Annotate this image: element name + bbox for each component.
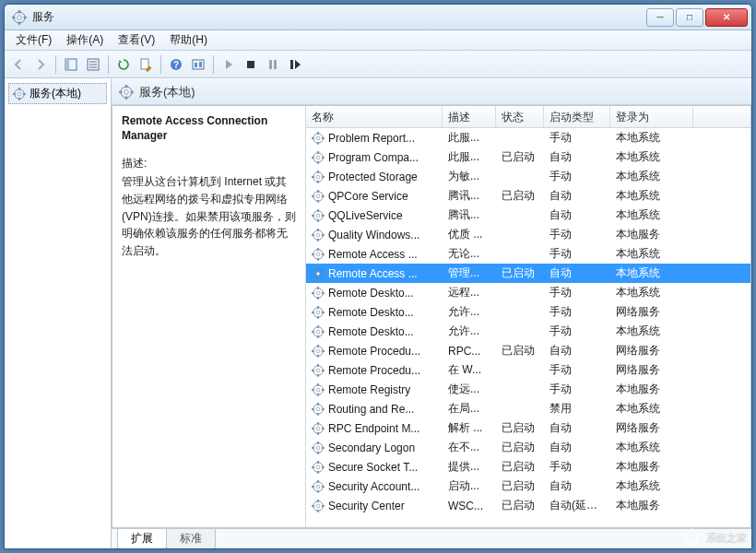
service-row[interactable]: Remote Deskto...允许...手动网络服务	[306, 302, 750, 322]
service-logon: 本地服务	[610, 227, 693, 242]
service-row[interactable]: Remote Access ...管理...已启动自动本地系统	[306, 264, 750, 283]
gear-icon	[312, 190, 325, 203]
service-logon: 网络服务	[610, 343, 693, 359]
svg-rect-19	[269, 60, 272, 69]
service-name: Secondary Logon	[328, 441, 415, 454]
back-button[interactable]	[8, 54, 29, 75]
refresh-button[interactable]	[113, 54, 134, 75]
export-button[interactable]	[136, 54, 156, 75]
service-logon: 本地系统	[610, 207, 693, 223]
menu-action[interactable]: 操作(A)	[59, 30, 111, 50]
selected-service-name: Remote Access Connection Manager	[122, 113, 296, 143]
service-startup: 手动	[544, 459, 610, 475]
show-hide-tree-button[interactable]	[61, 54, 81, 75]
service-row[interactable]: Security Account...启动...已启动自动本地系统	[306, 477, 750, 496]
svg-text:?: ?	[173, 60, 179, 70]
service-name: Program Compa...	[328, 151, 419, 164]
detail-panel: Remote Access Connection Manager 描述: 管理从…	[112, 106, 306, 527]
service-desc: 远程...	[443, 285, 496, 300]
service-startup: 手动	[544, 169, 610, 184]
service-desc: 在不...	[443, 440, 496, 455]
action-button[interactable]	[188, 54, 208, 75]
service-name: Quality Windows...	[328, 229, 419, 241]
gear-icon	[312, 364, 325, 377]
col-description[interactable]: 描述	[443, 106, 496, 127]
service-name: Routing and Re...	[328, 403, 414, 416]
service-row[interactable]: Security CenterWSC...已启动自动(延迟...本地服务	[306, 496, 750, 515]
tab-standard[interactable]: 标准	[166, 529, 216, 549]
service-row[interactable]: Secure Socket T...提供...已启动手动本地服务	[306, 457, 750, 477]
service-name: Secure Socket T...	[328, 461, 418, 474]
service-row[interactable]: Remote Registry使远...手动本地服务	[306, 380, 750, 399]
svg-rect-18	[247, 61, 254, 68]
list-body[interactable]: Problem Report...此服...手动本地系统Program Comp…	[306, 128, 750, 527]
menu-file[interactable]: 文件(F)	[8, 30, 59, 50]
col-startup[interactable]: 启动类型	[544, 106, 610, 127]
tree-item-services-local[interactable]: 服务(本地)	[8, 83, 107, 104]
gear-icon	[312, 306, 325, 319]
nav-tree[interactable]: 服务(本地)	[5, 79, 112, 548]
service-name: Remote Registry	[328, 383, 410, 396]
service-desc: 允许...	[443, 324, 496, 339]
service-logon: 网络服务	[610, 420, 693, 436]
service-startup: 自动(延迟...	[544, 498, 610, 513]
titlebar[interactable]: 服务 ─ □ ✕	[5, 5, 751, 30]
service-status: 已启动	[496, 149, 544, 165]
service-desc: WSC...	[443, 500, 496, 512]
service-logon: 本地系统	[610, 324, 693, 339]
service-row[interactable]: Remote Procedu...在 W...手动网络服务	[306, 360, 750, 380]
service-row[interactable]: Secondary Logon在不...已启动自动本地系统	[306, 438, 750, 457]
service-row[interactable]: Routing and Re...在局...禁用本地系统	[306, 399, 750, 418]
service-desc: 腾讯...	[443, 207, 496, 223]
service-row[interactable]: QPCore Service腾讯...已启动自动本地系统	[306, 186, 750, 206]
gear-icon	[312, 441, 325, 454]
svg-rect-17	[199, 62, 202, 67]
gear-icon	[312, 403, 325, 416]
service-logon: 本地服务	[610, 382, 693, 397]
service-row[interactable]: RPC Endpoint M...解析 ...已启动自动网络服务	[306, 418, 750, 438]
service-desc: 无论...	[443, 246, 496, 262]
service-name: Remote Access ...	[328, 248, 418, 261]
toolbar: ?	[5, 51, 751, 78]
service-row[interactable]: Remote Deskto...允许...手动本地系统	[306, 322, 750, 341]
start-service-button[interactable]	[219, 54, 239, 75]
help-button[interactable]: ?	[166, 54, 186, 75]
service-desc: 优质 ...	[443, 227, 496, 242]
stop-service-button[interactable]	[241, 54, 261, 75]
properties-button[interactable]	[83, 54, 103, 75]
service-name: Remote Procedu...	[328, 345, 420, 358]
service-row[interactable]: Program Compa...此服...已启动自动本地系统	[306, 147, 750, 167]
service-row[interactable]: Quality Windows...优质 ...手动本地服务	[306, 225, 750, 244]
service-row[interactable]: Remote Deskto...远程...手动本地系统	[306, 283, 750, 302]
window-title: 服务	[32, 9, 646, 25]
service-row[interactable]: QQLiveService腾讯...自动本地系统	[306, 206, 750, 225]
service-name: Problem Report...	[328, 132, 415, 145]
minimize-button[interactable]: ─	[646, 8, 674, 27]
service-name: Remote Access ...	[328, 267, 418, 280]
service-status: 已启动	[496, 343, 544, 359]
col-status[interactable]: 状态	[496, 106, 544, 127]
service-row[interactable]: Remote Access ...无论...手动本地系统	[306, 244, 750, 264]
service-row[interactable]: Protected Storage为敏...手动本地系统	[306, 167, 750, 186]
service-row[interactable]: Problem Report...此服...手动本地系统	[306, 128, 750, 147]
service-status: 已启动	[496, 420, 544, 436]
menu-view[interactable]: 查看(V)	[111, 30, 162, 50]
col-name[interactable]: 名称	[306, 106, 443, 127]
tab-extended[interactable]: 扩展	[117, 529, 167, 549]
service-status: 已启动	[496, 188, 544, 204]
service-row[interactable]: Remote Procedu...RPC...已启动自动网络服务	[306, 341, 750, 360]
gear-icon	[312, 151, 325, 164]
col-logon[interactable]: 登录为	[610, 106, 693, 127]
gear-icon	[312, 422, 325, 435]
restart-service-button[interactable]	[285, 54, 305, 75]
service-logon: 本地系统	[610, 169, 693, 184]
menu-help[interactable]: 帮助(H)	[162, 30, 215, 50]
service-logon: 本地系统	[610, 440, 693, 455]
maximize-button[interactable]: □	[676, 8, 703, 27]
close-button[interactable]: ✕	[705, 8, 748, 27]
forward-button[interactable]	[30, 54, 51, 75]
service-startup: 自动	[544, 188, 610, 204]
gear-icon	[312, 132, 325, 145]
service-name: Remote Procedu...	[328, 364, 420, 377]
pause-service-button[interactable]	[263, 54, 283, 75]
